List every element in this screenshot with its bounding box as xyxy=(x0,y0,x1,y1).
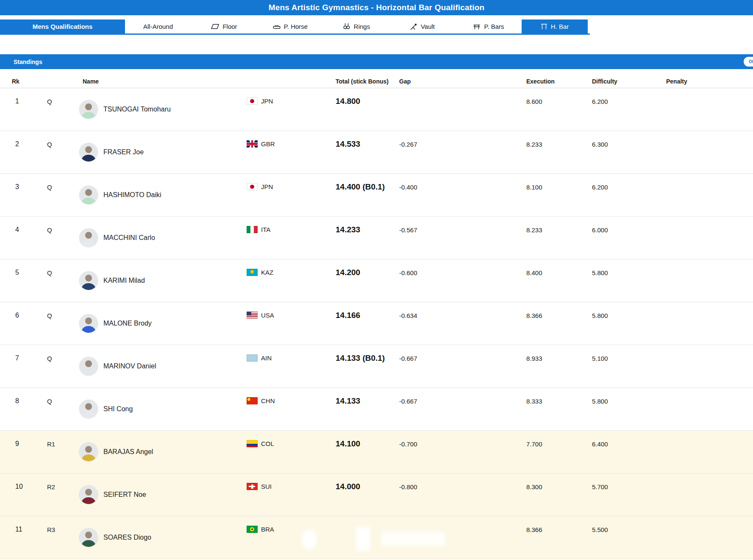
penalty-value xyxy=(666,88,753,131)
rings-icon xyxy=(343,23,350,30)
rank: 2 xyxy=(0,131,32,173)
tab-label: Rings xyxy=(354,23,370,30)
execution-score: 7.700 xyxy=(526,431,592,473)
total-score: 14.133 (B0.1) xyxy=(336,345,399,387)
floor-icon xyxy=(211,23,219,30)
gap-value: -0.800 xyxy=(399,474,526,516)
athlete-cell: MACCHINI Carlo xyxy=(78,217,247,259)
total-score: 14.133 xyxy=(336,388,399,430)
athlete-name: HASHIMOTO Daiki xyxy=(103,191,161,199)
execution-score: 8.366 xyxy=(526,516,592,559)
execution-score: 8.233 xyxy=(526,217,592,259)
table-row[interactable]: 2 Q FRASER Joe GBR 14.533 -0.267 8.233 6… xyxy=(0,131,753,174)
table-row[interactable]: 3 Q HASHIMOTO Daiki JPN 14.400 (B0.1) -0… xyxy=(0,174,753,217)
rank: 5 xyxy=(0,259,32,302)
country-flag-icon xyxy=(247,183,258,190)
athlete-avatar xyxy=(79,186,98,204)
athlete-cell: HASHIMOTO Daiki xyxy=(78,174,247,216)
table-row[interactable]: 11 R3 SOARES Diogo BRA 8.366 5.500 xyxy=(0,516,753,559)
country-code: COL xyxy=(261,440,274,447)
header-penalty: Penalty xyxy=(666,78,753,85)
execution-score: 8.400 xyxy=(526,259,592,302)
penalty-value xyxy=(666,174,753,216)
execution-score: 8.100 xyxy=(526,174,592,216)
tab-rings[interactable]: Rings xyxy=(323,20,389,33)
total-score: 14.200 xyxy=(336,259,399,302)
rank: 11 xyxy=(0,516,32,559)
tab-vault[interactable]: Vault xyxy=(389,20,456,33)
athlete-name: MALONE Brody xyxy=(103,320,152,327)
table-row[interactable]: 5 Q KARIMI Milad KAZ 14.200 -0.600 8.400… xyxy=(0,259,753,302)
athlete-name: TSUNOGAI Tomoharu xyxy=(103,106,171,113)
qualification-status: Q xyxy=(32,131,78,173)
difficulty-score: 6.400 xyxy=(592,431,666,473)
table-header-row: Rk Name Total (stick Bonus) Gap Executio… xyxy=(0,69,753,88)
athlete-cell: MALONE Brody xyxy=(78,302,247,345)
total-score: 14.166 xyxy=(336,302,399,345)
table-row[interactable]: 6 Q MALONE Brody USA 14.166 -0.634 8.366… xyxy=(0,302,753,345)
gap-value: -0.400 xyxy=(399,174,526,216)
table-row[interactable]: 7 Q MARINOV Daniel AIN 14.133 (B0.1) -0.… xyxy=(0,345,753,388)
athlete-cell: TSUNOGAI Tomoharu xyxy=(78,88,247,131)
country-cell: BRA xyxy=(247,516,336,559)
header-difficulty: Difficulty xyxy=(592,78,666,85)
athlete-name: BARAJAS Angel xyxy=(103,448,153,456)
penalty-value xyxy=(666,131,753,173)
qualification-status: Q xyxy=(32,345,78,387)
rank: 10 xyxy=(0,474,32,516)
standings-section-header: Standings OF xyxy=(0,54,753,69)
country-cell: ITA xyxy=(247,217,336,259)
athlete-avatar xyxy=(79,100,98,119)
athlete-cell: SOARES Diogo xyxy=(78,516,247,559)
difficulty-score: 5.800 xyxy=(592,302,666,345)
execution-score: 8.366 xyxy=(526,302,592,345)
apparatus-tab-bar: Mens Qualifications All-Around Floor P. … xyxy=(0,20,590,35)
country-cell: GBR xyxy=(247,131,336,173)
tab-all-around[interactable]: All-Around xyxy=(125,20,191,33)
page-header: Mens Artistic Gymnastics - Horizontal Ba… xyxy=(0,0,753,15)
tab-floor[interactable]: Floor xyxy=(191,20,257,33)
country-code: BRA xyxy=(261,526,274,533)
athlete-name: SHI Cong xyxy=(103,405,133,413)
tab-label: All-Around xyxy=(143,23,173,30)
country-code: AIN xyxy=(261,354,272,362)
country-flag-icon xyxy=(247,483,258,490)
difficulty-score: 5.800 xyxy=(592,388,666,430)
gap-value: -0.634 xyxy=(399,302,526,345)
table-row[interactable]: 10 R2 SEIFERT Noe SUI 14.000 -0.800 8.30… xyxy=(0,474,753,516)
country-code: KAZ xyxy=(261,269,273,276)
athlete-avatar xyxy=(79,443,98,461)
athlete-cell: MARINOV Daniel xyxy=(78,345,247,387)
tab-parallel-bars[interactable]: P. Bars xyxy=(456,20,522,33)
parallel-bars-icon xyxy=(473,23,481,30)
header-rank: Rk xyxy=(0,78,32,85)
table-row[interactable]: 4 Q MACCHINI Carlo ITA 14.233 -0.567 8.2… xyxy=(0,217,753,259)
tab-label: P. Horse xyxy=(284,23,308,30)
official-toggle[interactable]: OF xyxy=(744,57,753,67)
qualification-status: R1 xyxy=(32,431,78,473)
execution-score: 8.233 xyxy=(526,131,592,173)
table-row[interactable]: 9 R1 BARAJAS Angel COL 14.100 -0.700 7.7… xyxy=(0,431,753,474)
athlete-name: SOARES Diogo xyxy=(103,534,151,541)
tab-mens-qualifications[interactable]: Mens Qualifications xyxy=(0,20,125,33)
athlete-avatar xyxy=(79,357,98,376)
rank: 1 xyxy=(0,88,32,131)
gap-value: -0.567 xyxy=(399,217,526,259)
athlete-cell: SEIFERT Noe xyxy=(78,474,247,516)
table-row[interactable]: 8 Q SHI Cong CHN 14.133 -0.667 8.333 5.8… xyxy=(0,388,753,431)
gap-value: -0.600 xyxy=(399,259,526,302)
penalty-value xyxy=(666,388,753,430)
header-execution: Execution xyxy=(526,78,592,85)
table-row[interactable]: 1 Q TSUNOGAI Tomoharu JPN 14.800 8.600 6… xyxy=(0,88,753,131)
execution-score: 8.300 xyxy=(526,474,592,516)
tab-pommel-horse[interactable]: P. Horse xyxy=(257,20,323,33)
qualification-status: R2 xyxy=(32,474,78,516)
country-cell: JPN xyxy=(247,88,336,131)
total-score xyxy=(336,516,399,559)
country-code: JPN xyxy=(261,98,273,105)
difficulty-score: 5.100 xyxy=(592,345,666,387)
header-gap: Gap xyxy=(399,78,526,85)
tab-horizontal-bar[interactable]: H. Bar xyxy=(522,20,588,33)
athlete-name: KARIMI Milad xyxy=(103,277,145,284)
country-flag-icon xyxy=(247,269,258,276)
